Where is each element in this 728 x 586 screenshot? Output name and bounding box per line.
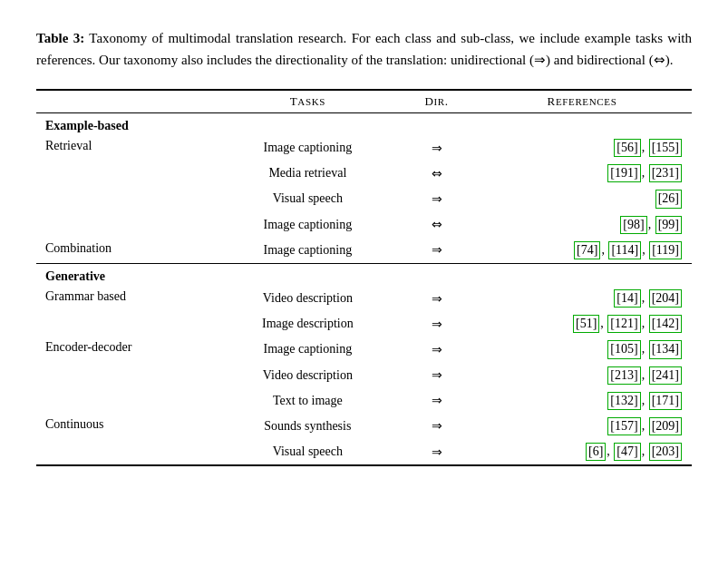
subsection-label — [36, 363, 215, 388]
references-cell: [191], [231] — [472, 161, 692, 186]
direction-cell: ⇒ — [401, 286, 472, 311]
direction-cell: ⇒ — [401, 186, 472, 211]
reference-box[interactable]: [213] — [607, 366, 640, 385]
section-label: Example-based — [36, 113, 692, 136]
table-row: Image description⇒[51], [121], [142] — [36, 311, 692, 337]
reference-box[interactable]: [155] — [649, 139, 682, 157]
reference-box[interactable]: [119] — [649, 241, 682, 259]
references-cell: [74], [114], [119] — [472, 238, 692, 264]
references-cell: [14], [204] — [472, 286, 692, 311]
table-row: Visual speech⇒[26] — [36, 186, 692, 211]
table-row: Grammar basedVideo description⇒[14], [20… — [36, 286, 692, 311]
reference-box[interactable]: [134] — [649, 340, 682, 358]
direction-cell: ⇒ — [401, 439, 472, 465]
subsection-label — [36, 161, 215, 186]
references-cell: [51], [121], [142] — [472, 311, 692, 337]
table-row: Text to image⇒[132], [171] — [36, 388, 692, 414]
reference-box[interactable]: [231] — [649, 164, 682, 182]
task-cell: Image captioning — [215, 337, 402, 362]
references-cell: [213], [241] — [472, 363, 692, 388]
subsection-label — [36, 212, 215, 238]
header-refs: REFERENCES — [472, 90, 692, 113]
task-cell: Image captioning — [215, 212, 402, 238]
reference-box[interactable]: [142] — [649, 315, 682, 333]
subsection-label — [36, 439, 215, 465]
subsection-label: Encoder-decoder — [36, 337, 215, 362]
subsection-label — [36, 311, 215, 337]
reference-box[interactable]: [203] — [649, 443, 682, 461]
reference-box[interactable]: [47] — [614, 443, 640, 461]
reference-box[interactable]: [157] — [607, 417, 640, 435]
reference-box[interactable]: [14] — [614, 289, 640, 308]
direction-cell: ⇔ — [401, 161, 472, 186]
header-dir: DIR. — [401, 90, 472, 113]
reference-box[interactable]: [56] — [614, 139, 640, 157]
references-cell: [105], [134] — [472, 337, 692, 362]
direction-cell: ⇒ — [401, 238, 472, 264]
subsection-label: Combination — [36, 238, 215, 264]
references-cell: [98], [99] — [472, 212, 692, 238]
header-col1 — [36, 90, 215, 113]
direction-cell: ⇒ — [401, 414, 472, 439]
reference-box[interactable]: [74] — [574, 241, 600, 259]
table-row: ContinuousSounds synthesis⇒[157], [209] — [36, 414, 692, 439]
task-cell: Image description — [215, 311, 402, 337]
reference-box[interactable]: [121] — [607, 315, 640, 333]
reference-box[interactable]: [209] — [649, 417, 682, 435]
task-cell: Video description — [215, 363, 402, 388]
table-row: Visual speech⇒[6], [47], [203] — [36, 439, 692, 465]
task-cell: Image captioning — [215, 135, 402, 161]
task-cell: Sounds synthesis — [215, 414, 402, 439]
direction-cell: ⇒ — [401, 363, 472, 388]
table-row: Encoder-decoderImage captioning⇒[105], [… — [36, 337, 692, 362]
direction-cell: ⇒ — [401, 388, 472, 414]
reference-box[interactable]: [132] — [607, 392, 640, 410]
reference-box[interactable]: [241] — [649, 366, 682, 385]
table-row: RetrievalImage captioning⇒[56], [155] — [36, 135, 692, 161]
reference-box[interactable]: [114] — [608, 241, 641, 259]
subsection-label: Retrieval — [36, 135, 215, 161]
reference-box[interactable]: [51] — [573, 315, 599, 333]
table-row: CombinationImage captioning⇒[74], [114],… — [36, 238, 692, 264]
table-row: Video description⇒[213], [241] — [36, 363, 692, 388]
reference-box[interactable]: [204] — [649, 289, 682, 308]
subsection-label — [36, 388, 215, 414]
reference-box[interactable]: [171] — [649, 392, 682, 410]
direction-cell: ⇒ — [401, 135, 472, 161]
task-cell: Video description — [215, 286, 402, 311]
task-cell: Visual speech — [215, 186, 402, 211]
caption-text: Taxonomy of multimodal translation resea… — [36, 31, 692, 67]
direction-cell: ⇒ — [401, 337, 472, 362]
direction-cell: ⇒ — [401, 311, 472, 337]
reference-box[interactable]: [6] — [586, 443, 606, 461]
direction-cell: ⇔ — [401, 212, 472, 238]
section-header-row: Example-based — [36, 113, 692, 136]
task-cell: Visual speech — [215, 439, 402, 465]
references-cell: [157], [209] — [472, 414, 692, 439]
subsection-label — [36, 186, 215, 211]
table-caption: Table 3: Taxonomy of multimodal translat… — [36, 27, 692, 71]
reference-box[interactable]: [99] — [655, 216, 682, 234]
reference-box[interactable]: [191] — [607, 164, 640, 182]
reference-box[interactable]: [105] — [607, 340, 640, 358]
references-cell: [132], [171] — [472, 388, 692, 414]
taxonomy-table: TASKS DIR. REFERENCES Example-basedRetri… — [36, 89, 692, 466]
section-label: Generative — [36, 263, 692, 286]
task-cell: Media retrieval — [215, 161, 402, 186]
reference-box[interactable]: [98] — [620, 216, 646, 234]
references-cell: [56], [155] — [472, 135, 692, 161]
table-row: Image captioning⇔[98], [99] — [36, 212, 692, 238]
references-cell: [6], [47], [203] — [472, 439, 692, 465]
section-header-row: Generative — [36, 263, 692, 286]
reference-box[interactable]: [26] — [655, 190, 682, 208]
subsection-label: Continuous — [36, 414, 215, 439]
task-cell: Image captioning — [215, 238, 402, 264]
task-cell: Text to image — [215, 388, 402, 414]
subsection-label: Grammar based — [36, 286, 215, 311]
table-number: Table 3: — [36, 31, 84, 45]
header-tasks: TASKS — [215, 90, 402, 113]
table-header-row: TASKS DIR. REFERENCES — [36, 90, 692, 113]
references-cell: [26] — [472, 186, 692, 211]
table-row: Media retrieval⇔[191], [231] — [36, 161, 692, 186]
